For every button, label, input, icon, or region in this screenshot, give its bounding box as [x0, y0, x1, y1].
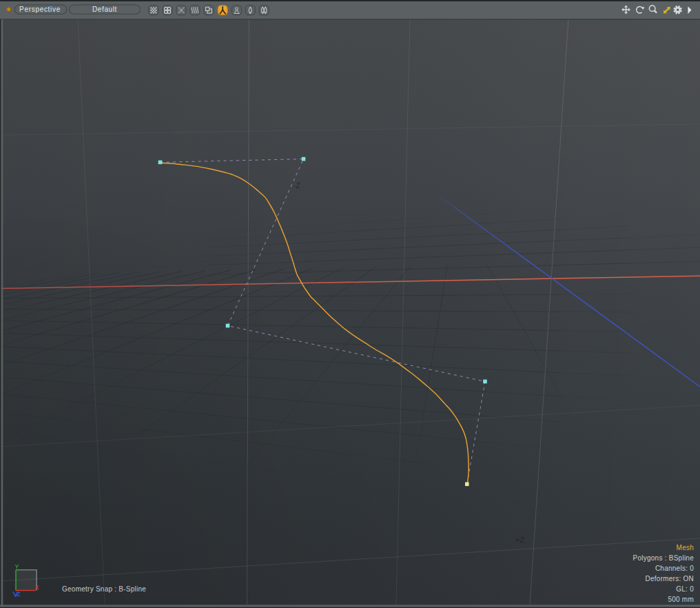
svg-text:Channels: 0: Channels: 0 — [655, 565, 694, 572]
svg-text:Y: Y — [14, 563, 19, 570]
svg-text:Geometry Snap : B-Spline: Geometry Snap : B-Spline — [62, 585, 146, 593]
svg-text:500 mm: 500 mm — [668, 596, 694, 603]
svg-text:Deformers: ON: Deformers: ON — [646, 575, 694, 582]
svg-text:Perspective: Perspective — [19, 6, 61, 13]
svg-text:Polygons : BSpline: Polygons : BSpline — [633, 554, 694, 562]
svg-text:GL: 0: GL: 0 — [676, 585, 694, 593]
svg-text:+Z: +Z — [515, 536, 524, 544]
svg-text:Default: Default — [92, 6, 117, 13]
svg-text:Mesh: Mesh — [677, 544, 694, 551]
svg-text:Z: Z — [17, 591, 21, 598]
svg-text:X: X — [34, 584, 39, 591]
svg-text:-Z: -Z — [294, 181, 301, 190]
